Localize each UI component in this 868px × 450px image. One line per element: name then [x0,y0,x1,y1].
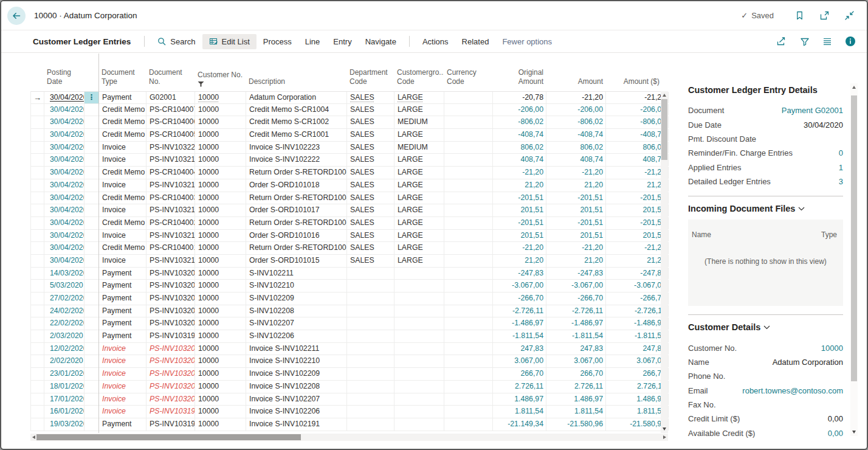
cell-document-type[interactable]: Invoice [99,179,146,192]
cell-description[interactable]: S-INV102206 [246,330,347,342]
cell-original-amount[interactable]: -201,51 [493,217,546,229]
cell-amount[interactable]: -21,20 [546,242,606,254]
table-vertical-scrollbar[interactable] [661,91,668,433]
cell-customer-no[interactable]: 10000 [195,268,246,280]
cell-document-no[interactable]: PS-INV103204 [146,268,195,280]
row-selector[interactable] [31,280,44,292]
cell-posting-date[interactable]: 16/01/2020 [44,406,84,418]
cell-department-code[interactable] [347,317,394,330]
cell-amount[interactable]: 1.811,54 [546,406,606,418]
cell-customergroup-code[interactable]: MEDIUM [394,142,444,154]
cell-customergroup-code[interactable] [394,317,444,330]
cell-original-amount[interactable]: -247,83 [493,268,546,280]
cell-document-no[interactable]: PS-CR104006 [146,116,195,128]
cell-posting-date[interactable]: 30/04/2020 [44,167,84,179]
cell-currency-code[interactable] [444,418,493,431]
cell-amount[interactable]: -21,20 [546,167,606,179]
cell-currency-code[interactable] [444,280,493,292]
row-selector[interactable] [31,343,44,355]
cell-currency-code[interactable] [444,204,493,216]
cell-amount-usd[interactable]: 1.811,54 [606,406,669,418]
cell-document-no[interactable]: PS-INV103218 [146,179,195,192]
cell-department-code[interactable]: SALES [347,230,394,242]
row-menu[interactable] [84,280,99,292]
cell-amount[interactable]: 266,70 [546,368,606,380]
row-selector[interactable] [31,242,44,254]
cell-description[interactable]: Credit Memo S-CR1004 [246,104,347,116]
field-value[interactable]: 1 [839,163,843,172]
cell-department-code[interactable]: SALES [347,104,394,116]
cell-posting-date[interactable]: 30/04/2020 [44,129,84,141]
row-menu[interactable] [84,268,99,280]
bookmark-button[interactable] [794,10,805,21]
cell-customergroup-code[interactable] [394,393,444,406]
cell-document-no[interactable]: PS-INV103217 [146,204,195,216]
cell-amount[interactable]: -1.811,54 [546,330,606,342]
col-header-customergroup-code[interactable]: Customergro... Code [394,68,444,91]
cell-currency-code[interactable] [444,230,493,242]
cell-currency-code[interactable] [444,355,493,367]
row-selector[interactable] [31,381,44,393]
cell-customergroup-code[interactable]: LARGE [394,230,444,242]
cell-original-amount[interactable]: 806,02 [493,142,546,154]
cell-description[interactable]: Invoice S-INV102206 [246,406,347,418]
cell-original-amount[interactable]: -806,02 [493,116,546,128]
cell-amount[interactable]: 1.486,97 [546,393,606,406]
row-menu[interactable] [84,305,99,317]
cell-description[interactable]: Invoice S-INV102222 [246,154,347,166]
cell-amount-usd[interactable]: -201,51 [606,192,669,204]
incoming-document-files-heading[interactable]: Incoming Document Files [678,204,843,213]
cell-amount-usd[interactable]: -3.067,00 [606,280,669,292]
table-row[interactable]: 16/01/2020InvoicePS-INV10319910000Invoic… [30,406,668,418]
cell-department-code[interactable]: SALES [347,167,394,179]
cell-amount-usd[interactable]: -21,20 [606,92,669,103]
cell-customergroup-code[interactable]: LARGE [394,255,444,267]
cell-customer-no[interactable]: 10000 [195,368,246,380]
cell-document-no[interactable]: PS-INV103199 [146,406,195,418]
cell-department-code[interactable]: SALES [347,242,394,254]
cell-currency-code[interactable] [444,129,493,141]
cell-description[interactable]: Order S-ORD101015 [246,255,347,267]
table-row[interactable]: 30/04/2020Credit MemoPS-CR10400610000Cre… [30,116,668,129]
cell-document-type[interactable]: Credit Memo [99,167,146,179]
cell-description[interactable]: S-INV102207 [246,317,347,330]
cell-department-code[interactable] [347,381,394,393]
cell-customergroup-code[interactable] [394,355,444,367]
menu-actions[interactable]: Actions [416,34,455,49]
row-menu[interactable] [84,179,99,192]
col-header-posting-date[interactable]: Posting Date [44,68,84,91]
row-selector[interactable] [31,204,44,216]
cell-currency-code[interactable] [444,255,493,267]
scroll-down-arrow-icon[interactable] [852,431,856,434]
cell-document-no[interactable]: PS-CR104007 [146,104,195,116]
row-selector[interactable] [31,305,44,317]
cell-original-amount[interactable]: -3.067,00 [493,280,546,292]
table-row[interactable]: 30/04/2020Credit MemoPS-CR10400410000Ret… [30,167,668,179]
row-selector[interactable]: → [31,92,44,103]
row-menu[interactable] [84,230,99,242]
cell-amount-usd[interactable]: 1.486,97 [606,393,669,406]
row-menu[interactable] [84,204,99,216]
table-horizontal-scrollbar[interactable] [30,434,668,441]
cell-department-code[interactable]: SALES [347,192,394,204]
cell-posting-date[interactable]: 30/04/2020 [44,92,84,103]
cell-customer-no[interactable]: 10000 [195,418,246,431]
row-selector[interactable] [31,230,44,242]
table-row[interactable]: 30/04/2020Credit MemoPS-CR10400710000Cre… [30,104,668,117]
cell-customer-no[interactable]: 10000 [195,305,246,317]
cell-customergroup-code[interactable]: LARGE [394,242,444,254]
cell-posting-date[interactable]: 30/04/2020 [44,242,84,254]
col-header-document-no[interactable]: Document No. [146,68,195,91]
cell-original-amount[interactable]: 247,83 [493,343,546,355]
cell-currency-code[interactable] [444,116,493,128]
cell-document-type[interactable]: Invoice [99,255,146,267]
cell-description[interactable]: Return Order S-RETORD1003 [246,217,347,229]
cell-description[interactable]: Invoice S-INV102210 [246,355,347,367]
table-row[interactable]: 18/01/2020InvoicePS-INV10320110000Invoic… [30,381,668,393]
cell-department-code[interactable]: SALES [347,204,394,216]
cell-customer-no[interactable]: 10000 [195,355,246,367]
row-menu[interactable] [84,343,99,355]
cell-posting-date[interactable]: 30/04/2020 [44,204,84,216]
table-row[interactable]: 19/03/2020PaymentPS-INV10319110000Invoic… [30,418,668,431]
cell-description[interactable]: Adatum Corporation [246,92,347,103]
